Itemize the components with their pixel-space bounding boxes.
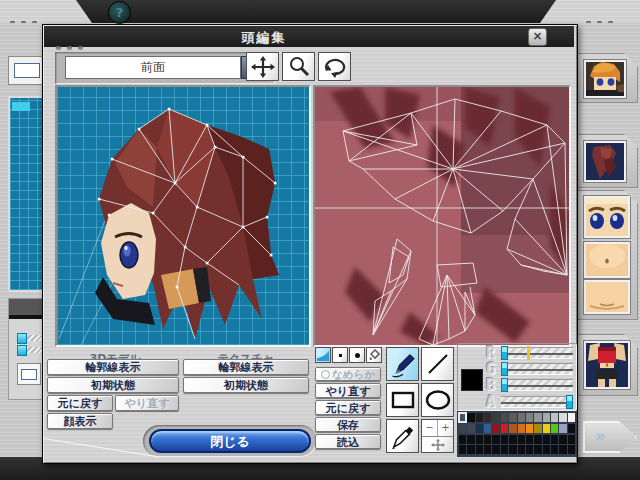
slider-blue-handle[interactable] — [501, 378, 508, 392]
slider-blue[interactable] — [501, 379, 573, 391]
sidebar-tab-head[interactable] — [577, 53, 638, 103]
palette-cell[interactable] — [509, 445, 516, 454]
pan-view-button[interactable] — [246, 52, 279, 81]
close-icon[interactable]: × — [528, 28, 547, 46]
palette-cell[interactable] — [559, 435, 566, 444]
palette-cell[interactable] — [501, 435, 508, 444]
palette-cell[interactable] — [467, 445, 474, 454]
thumbnail-face-eyes[interactable] — [584, 196, 630, 238]
sidebar-tab-body[interactable] — [577, 334, 638, 396]
palette-cell[interactable] — [543, 445, 550, 454]
slider-alpha[interactable] — [501, 396, 573, 408]
palette-cell[interactable] — [543, 435, 550, 444]
palette-cell[interactable] — [484, 424, 491, 433]
zoom-out-button[interactable]: − — [422, 420, 438, 436]
palette-cell[interactable] — [559, 445, 566, 454]
palette-cell[interactable] — [509, 413, 516, 422]
palette-cell[interactable] — [501, 413, 508, 422]
palette-cell[interactable] — [526, 445, 533, 454]
smooth-toggle[interactable]: なめらか — [315, 367, 381, 381]
palette-cell[interactable] — [492, 435, 499, 444]
rectangle-tool-button[interactable] — [386, 383, 419, 417]
fill-bucket-button[interactable] — [366, 347, 382, 363]
palette-cell[interactable] — [476, 435, 483, 444]
eyedropper-tool-button[interactable] — [386, 419, 419, 453]
palette-cell[interactable] — [551, 413, 558, 422]
zoom-view-button[interactable] — [282, 52, 315, 81]
palette-cell[interactable] — [467, 424, 474, 433]
slider-red[interactable] — [501, 347, 573, 359]
palette-cell[interactable] — [501, 424, 508, 433]
expand-button[interactable]: » — [583, 421, 637, 453]
palette-cell[interactable] — [484, 445, 491, 454]
brush-small-button[interactable] — [332, 347, 348, 363]
line-tool-button[interactable] — [421, 347, 454, 381]
pen-tool-button[interactable] — [386, 347, 419, 381]
view-direction-select[interactable]: 前面 — [65, 56, 241, 79]
close-button[interactable]: 閉じる — [149, 429, 311, 453]
slider-red-handle[interactable] — [501, 346, 508, 360]
thumbnail-skin[interactable] — [584, 280, 630, 314]
palette-cell[interactable] — [568, 445, 575, 454]
palette-cell[interactable] — [459, 435, 466, 444]
paint-undo-button[interactable]: 元に戻す — [315, 400, 381, 415]
model-undo-button[interactable]: 元に戻す — [47, 395, 113, 411]
palette-cell[interactable] — [459, 445, 466, 454]
palette-cell[interactable] — [484, 435, 491, 444]
palette-cell[interactable] — [518, 445, 525, 454]
load-button[interactable]: 読込 — [315, 434, 381, 449]
palette-cell[interactable] — [559, 413, 566, 422]
palette-cell[interactable] — [526, 413, 533, 422]
palette-cell[interactable] — [526, 435, 533, 444]
thumbnail-torso[interactable] — [584, 242, 630, 278]
palette-cell[interactable] — [476, 413, 483, 422]
palette-cell[interactable] — [518, 413, 525, 422]
palette-cell[interactable] — [476, 445, 483, 454]
model-outline-button[interactable]: 輪郭線表示 — [47, 359, 179, 375]
palette-cell[interactable] — [467, 435, 474, 444]
palette-cell[interactable] — [551, 445, 558, 454]
brush-soft-button[interactable] — [315, 347, 331, 363]
thumbnail-character-head[interactable] — [584, 60, 626, 98]
model-redo-button[interactable]: やり直す — [115, 395, 179, 411]
pan-tool-button[interactable] — [422, 436, 453, 453]
palette-cell[interactable] — [534, 435, 541, 444]
brush-large-button[interactable] — [349, 347, 365, 363]
thumbnail-hair[interactable] — [584, 141, 626, 182]
slider-green[interactable] — [501, 363, 573, 375]
palette-cell[interactable] — [501, 445, 508, 454]
palette-cell[interactable] — [492, 413, 499, 422]
rotate-view-button[interactable] — [318, 52, 351, 81]
palette-cell[interactable] — [568, 413, 575, 422]
sidebar-tab-hair[interactable] — [577, 134, 638, 188]
palette-cell[interactable] — [568, 435, 575, 444]
palette-cell[interactable] — [476, 424, 483, 433]
palette-cell[interactable] — [543, 413, 550, 422]
dialog-title-bar[interactable]: 頭編集 × — [44, 26, 574, 47]
palette-cell[interactable] — [467, 413, 474, 422]
save-button[interactable]: 保存 — [315, 417, 381, 432]
help-button[interactable]: ? — [108, 1, 131, 24]
sidebar-tab-face-parts[interactable] — [577, 190, 638, 320]
thumbnail-full-body[interactable] — [584, 341, 630, 389]
ellipse-tool-button[interactable] — [421, 383, 454, 417]
zoom-in-button[interactable]: + — [438, 420, 453, 436]
model-initial-button[interactable]: 初期状態 — [47, 377, 179, 393]
palette-cell[interactable] — [509, 435, 516, 444]
palette-cell[interactable] — [509, 424, 516, 433]
palette-cell[interactable] — [534, 413, 541, 422]
paint-redo-button[interactable]: やり直す — [315, 383, 381, 398]
slider-alpha-handle[interactable] — [566, 395, 573, 409]
palette-cell[interactable] — [534, 424, 541, 433]
palette-cell[interactable] — [559, 424, 566, 433]
palette-cell[interactable] — [459, 413, 466, 422]
palette-cell[interactable] — [492, 445, 499, 454]
palette-cell[interactable] — [492, 424, 499, 433]
slider-green-handle[interactable] — [501, 362, 508, 376]
palette-cell[interactable] — [568, 424, 575, 433]
face-display-button[interactable]: 顔表示 — [47, 413, 113, 429]
palette-cell[interactable] — [518, 424, 525, 433]
model-3d-viewport[interactable] — [55, 85, 311, 347]
texture-initial-button[interactable]: 初期状態 — [183, 377, 309, 393]
palette-cell[interactable] — [543, 424, 550, 433]
